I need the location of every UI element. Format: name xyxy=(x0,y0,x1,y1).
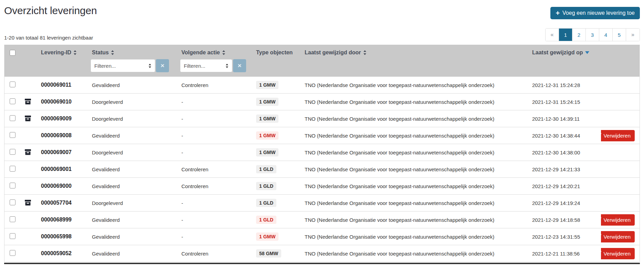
topbar: Overzicht leveringen + Voeg een nieuwe l… xyxy=(4,5,640,19)
table-row: 0000057704 Doorgeleverd - 1 GLD TNO (Ned… xyxy=(4,195,640,212)
clear-icon: × xyxy=(237,62,241,69)
status-filter-group: Filteren... × xyxy=(91,59,177,72)
row-checkbox[interactable] xyxy=(10,183,15,188)
delete-button[interactable]: Verwijderen xyxy=(601,130,635,141)
pagination-page-4[interactable]: 4 xyxy=(599,29,613,41)
sort-icon xyxy=(363,50,367,55)
pagination-prev[interactable]: « xyxy=(546,29,559,41)
pagination-next[interactable]: » xyxy=(626,29,640,41)
column-header-laatst-gewijzigd-door[interactable]: Laatst gewijzigd door xyxy=(300,50,528,56)
next-action-value: - xyxy=(177,150,252,155)
type-objecten-badge: 1 GLD xyxy=(256,182,276,190)
archive-icon xyxy=(24,199,31,206)
modified-by: TNO (Nederlandse Organisatie voor toegep… xyxy=(300,166,528,172)
levering-id: 0000069000 xyxy=(37,183,88,189)
type-objecten-badge: 1 GMW xyxy=(256,148,278,156)
modified-by: TNO (Nederlandse Organisatie voor toegep… xyxy=(300,200,528,206)
table-row: 0000069008 Gevalideerd - 1 GMW TNO (Nede… xyxy=(4,127,640,144)
select-arrows-icon xyxy=(148,64,151,68)
add-delivery-button-label: Voeg een nieuwe levering toe xyxy=(562,10,635,16)
next-action-value: Controleren xyxy=(177,183,252,189)
pagination-page-1[interactable]: 1 xyxy=(559,29,572,41)
archive-icon xyxy=(24,115,31,122)
delete-button[interactable]: Verwijderen xyxy=(601,248,635,259)
modified-by: TNO (Nederlandse Organisatie voor toegep… xyxy=(300,217,528,223)
pagination-page-2[interactable]: 2 xyxy=(572,29,586,41)
next-action-filter-clear-button[interactable]: × xyxy=(233,59,246,72)
sort-desc-icon xyxy=(585,51,589,54)
pagination: «12345» xyxy=(545,28,640,41)
column-header-levering-id[interactable]: Levering-ID xyxy=(37,50,88,56)
type-objecten-badge: 1 GMW xyxy=(256,131,278,140)
status-value: Doorgeleverd xyxy=(88,200,177,206)
status-value: Gevalideerd xyxy=(88,82,177,88)
delete-button[interactable]: Verwijderen xyxy=(601,231,635,242)
trash-icon xyxy=(601,250,601,257)
table-row: 0000069000 Gevalideerd Controleren 1 GLD… xyxy=(4,178,640,195)
column-header-volgende-actie[interactable]: Volgende actie xyxy=(177,50,252,56)
levering-id: 0000057704 xyxy=(37,200,88,206)
status-value: Gevalideerd xyxy=(88,166,177,172)
levering-id: 0000069001 xyxy=(37,166,88,172)
next-action-value: Controleren xyxy=(177,166,252,172)
header-label-row: Levering-ID Status Volgende actie Type o… xyxy=(4,50,640,56)
modified-on: 2021-12-29 14:21:33 xyxy=(528,166,601,172)
row-checkbox[interactable] xyxy=(10,250,15,256)
type-objecten-badge: 1 GMW xyxy=(256,98,278,106)
add-delivery-button[interactable]: + Voeg een nieuwe levering toe xyxy=(550,7,640,19)
modified-on: 2021-12-30 14:38:44 xyxy=(528,133,601,139)
row-checkbox[interactable] xyxy=(10,199,15,205)
row-checkbox[interactable] xyxy=(10,166,15,172)
modified-on: 2021-12-23 14:31:55 xyxy=(528,234,601,240)
next-action-value: - xyxy=(177,99,252,105)
modified-on: 2021-12-29 14:19:24 xyxy=(528,200,601,206)
levering-id: 0000069010 xyxy=(37,99,88,105)
modified-on: 2021-12-30 14:38:00 xyxy=(528,150,601,155)
pagination-page-3[interactable]: 3 xyxy=(586,29,599,41)
column-header-status[interactable]: Status xyxy=(88,50,177,56)
next-action-value: - xyxy=(177,217,252,223)
table-header: Levering-ID Status Volgende actie Type o… xyxy=(4,45,640,77)
next-action-value: - xyxy=(177,234,252,240)
table-row: 0000069007 Doorgeleverd - 1 GMW TNO (Ned… xyxy=(4,144,640,161)
row-checkbox[interactable] xyxy=(10,115,15,121)
pagination-page-5[interactable]: 5 xyxy=(613,29,626,41)
status-filter-select[interactable]: Filteren... xyxy=(91,59,155,72)
select-arrows-icon xyxy=(225,64,229,68)
clear-icon: × xyxy=(160,62,164,69)
modified-by: TNO (Nederlandse Organisatie voor toegep… xyxy=(300,99,528,105)
table-row: 0000069009 Doorgeleverd - 1 GMW TNO (Ned… xyxy=(4,110,640,127)
delete-button-label: Verwijderen xyxy=(604,217,631,223)
status-value: Gevalideerd xyxy=(88,133,177,139)
modified-by: TNO (Nederlandse Organisatie voor toegep… xyxy=(300,183,528,189)
column-header-archive xyxy=(20,50,37,56)
row-checkbox[interactable] xyxy=(10,149,15,155)
levering-id: 0000069011 xyxy=(37,82,88,88)
type-objecten-badge: 1 GLD xyxy=(256,199,276,207)
delete-button[interactable]: Verwijderen xyxy=(601,214,635,226)
status-value: Gevalideerd xyxy=(88,217,177,223)
next-action-filter-value: Filteren... xyxy=(184,63,205,69)
status-filter-clear-button[interactable]: × xyxy=(156,59,169,72)
row-checkbox[interactable] xyxy=(10,216,15,222)
next-action-value: - xyxy=(177,200,252,206)
next-action-filter-select[interactable]: Filteren... xyxy=(180,59,232,72)
row-checkbox[interactable] xyxy=(10,132,15,138)
page-title: Overzicht leveringen xyxy=(4,5,97,17)
status-value: Doorgeleverd xyxy=(88,99,177,105)
status-value: Gevalideerd xyxy=(88,251,177,257)
levering-id: 0000068999 xyxy=(37,217,88,223)
sort-icon xyxy=(222,50,225,55)
modified-by: TNO (Nederlandse Organisatie voor toegep… xyxy=(300,116,528,122)
row-checkbox[interactable] xyxy=(10,98,15,104)
deliveries-table: Levering-ID Status Volgende actie Type o… xyxy=(4,45,640,262)
column-header-laatst-gewijzigd-op[interactable]: Laatst gewijzigd op xyxy=(528,50,601,56)
table-body: 0000069011 Gevalideerd Controleren 1 GMW… xyxy=(4,77,640,262)
next-action-value: - xyxy=(177,116,252,122)
row-checkbox[interactable] xyxy=(10,82,15,87)
type-objecten-badge: 1 GLD xyxy=(256,165,276,173)
results-summary: 1-20 van totaal 81 leveringen zichtbaar xyxy=(4,35,93,41)
table-row: 0000065998 Gevalideerd - 1 GMW TNO (Nede… xyxy=(4,228,640,245)
select-all-checkbox[interactable] xyxy=(10,50,15,56)
row-checkbox[interactable] xyxy=(10,233,15,239)
